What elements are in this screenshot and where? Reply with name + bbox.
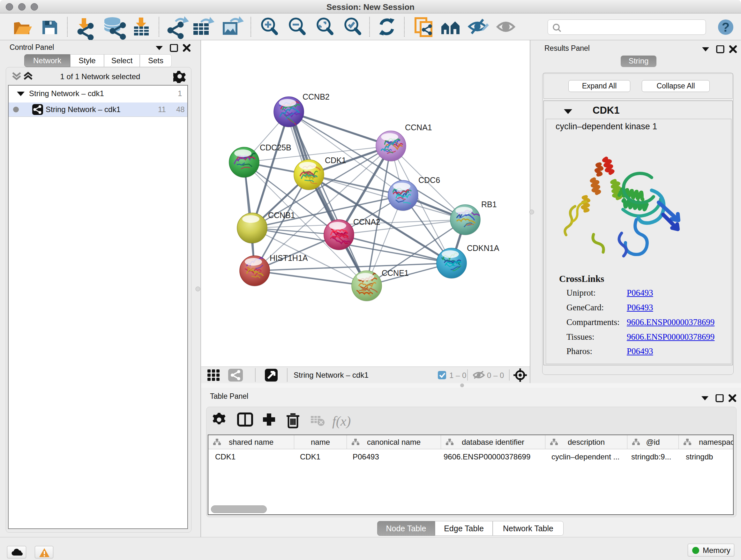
svg-text:RB1: RB1 xyxy=(481,200,497,209)
svg-text:CCNE1: CCNE1 xyxy=(382,268,409,277)
svg-text:CDKN1A: CDKN1A xyxy=(467,244,499,253)
svg-text:CCNA2: CCNA2 xyxy=(353,217,381,226)
svg-text:f(x): f(x) xyxy=(332,414,351,429)
svg-text:CDC6: CDC6 xyxy=(418,176,440,185)
svg-text:CCNB2: CCNB2 xyxy=(302,92,330,101)
svg-text:CDC25B: CDC25B xyxy=(260,143,291,152)
svg-text:CDK1: CDK1 xyxy=(325,156,346,165)
svg-text:HIST1H1A: HIST1H1A xyxy=(270,253,308,262)
svg-text:?: ? xyxy=(722,20,730,34)
svg-text:CCNA1: CCNA1 xyxy=(405,123,432,132)
svg-text:CCNB1: CCNB1 xyxy=(268,211,295,220)
